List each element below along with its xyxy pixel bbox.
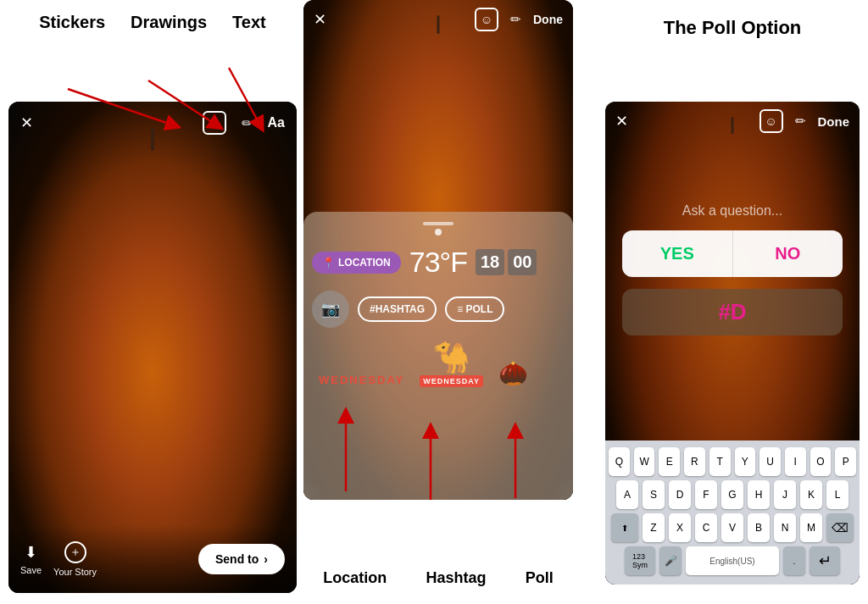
key-return[interactable]: ↵ — [810, 546, 840, 575]
key-a[interactable]: A — [616, 480, 638, 509]
key-q[interactable]: Q — [609, 447, 630, 476]
camera-chip[interactable] — [312, 291, 349, 328]
key-h[interactable]: H — [748, 480, 770, 509]
sticker-row-1: 📍 LOCATION 73°F 18 00 — [312, 246, 565, 279]
key-g[interactable]: G — [721, 480, 743, 509]
time-hour: 18 — [476, 249, 504, 275]
right-sticker-icon[interactable] — [760, 109, 783, 133]
poll-label: Poll — [526, 569, 554, 587]
key-j[interactable]: J — [774, 480, 796, 509]
key-y[interactable]: Y — [735, 447, 756, 476]
no-button[interactable]: NO — [733, 230, 843, 277]
chevron-right-icon: › — [264, 552, 268, 566]
sticker-icon[interactable] — [203, 111, 226, 135]
drawings-label: Drawings — [131, 13, 207, 32]
hash-d-box[interactable]: #D — [622, 289, 843, 335]
acorn-sticker[interactable]: 🌰 — [498, 359, 528, 387]
key-space[interactable]: English(US) — [686, 546, 779, 575]
key-r[interactable]: R — [684, 447, 705, 476]
key-period[interactable]: . — [783, 546, 805, 575]
key-l[interactable]: L — [826, 480, 849, 509]
hash-d-text: #D — [718, 299, 746, 324]
key-i[interactable]: I — [785, 447, 806, 476]
save-button[interactable]: ⬇ Save — [20, 543, 42, 575]
key-u[interactable]: U — [760, 447, 781, 476]
send-to-label: Send to — [215, 552, 259, 566]
right-topbar: ✕ ✏ Done — [605, 102, 860, 141]
keyboard-row-2: A S D F G H J K L — [609, 480, 856, 509]
key-x[interactable]: X — [669, 513, 691, 542]
key-e[interactable]: E — [659, 447, 680, 476]
key-w[interactable]: W — [634, 447, 655, 476]
save-label: Save — [20, 565, 42, 575]
hashtag-chip-label: #HASHTAG — [370, 303, 425, 315]
wednesday-text: WEDNESDAY — [319, 374, 404, 386]
time-min: 00 — [508, 249, 537, 275]
location-chip-label: LOCATION — [338, 257, 391, 269]
key-k[interactable]: K — [800, 480, 822, 509]
stickers-label: Stickers — [39, 13, 105, 32]
hashtag-label: Hashtag — [426, 569, 486, 587]
key-m[interactable]: M — [800, 513, 822, 542]
key-p[interactable]: P — [835, 447, 856, 476]
phone-left: ✕ ✏ Aa ⬇ Save ＋ Your Story Send to › — [8, 102, 297, 593]
text-aa-icon[interactable]: Aa — [268, 115, 285, 130]
poll-chip[interactable]: ≡ POLL — [445, 296, 504, 322]
right-pencil-icon[interactable]: ✏ — [795, 114, 806, 129]
key-shift[interactable]: ⬆ — [611, 513, 638, 542]
mid-pencil-icon[interactable]: ✏ — [510, 12, 521, 27]
key-b[interactable]: B — [748, 513, 770, 542]
poll-option-title-area: The Poll Option — [605, 17, 860, 39]
plus-circle-icon: ＋ — [64, 541, 86, 563]
key-z[interactable]: Z — [643, 513, 665, 542]
camel-sticker[interactable]: 🐪 WEDNESDAY — [420, 340, 483, 387]
right-close-icon[interactable]: ✕ — [615, 112, 628, 130]
key-c[interactable]: C — [695, 513, 717, 542]
save-down-icon: ⬇ — [25, 543, 37, 562]
ask-question-text[interactable]: Ask a question... — [622, 203, 843, 219]
key-t[interactable]: T — [709, 447, 731, 476]
location-chip[interactable]: 📍 LOCATION — [312, 252, 401, 274]
key-delete[interactable]: ⌫ — [826, 513, 854, 542]
poll-overlay: Ask a question... YES NO #D — [622, 203, 843, 335]
key-numbers[interactable]: 123Sym — [625, 546, 655, 575]
keyboard-row-1: Q W E R T Y U I O P — [609, 447, 856, 476]
pencil-icon[interactable]: ✏ — [242, 115, 253, 131]
mid-close-icon[interactable]: ✕ — [314, 10, 326, 29]
left-bottom-bar: ⬇ Save ＋ Your Story Send to › — [8, 525, 297, 593]
key-v[interactable]: V — [721, 513, 743, 542]
close-icon[interactable]: ✕ — [20, 114, 33, 132]
your-story-label: Your Story — [53, 567, 97, 577]
keyboard-row-4: 123Sym 🎤 English(US) . ↵ — [609, 546, 856, 575]
hashtag-chip[interactable]: #HASHTAG — [358, 296, 437, 322]
key-d[interactable]: D — [669, 480, 691, 509]
keyboard-row-3: ⬆ Z X C V B N M ⌫ — [609, 513, 856, 542]
keyboard[interactable]: Q W E R T Y U I O P A S D F G H J K — [605, 441, 860, 585]
panel-dot — [435, 229, 442, 236]
mid-done-btn[interactable]: Done — [533, 13, 563, 26]
key-f[interactable]: F — [695, 480, 717, 509]
yes-button[interactable]: YES — [622, 230, 733, 277]
camel-emoji: 🐪 — [432, 340, 470, 375]
right-done-btn[interactable]: Done — [818, 114, 850, 129]
key-n[interactable]: N — [774, 513, 796, 542]
key-o[interactable]: O — [810, 447, 832, 476]
location-pin-icon: 📍 — [322, 257, 335, 269]
location-label: Location — [323, 569, 387, 587]
key-s[interactable]: S — [643, 480, 665, 509]
bottom-labels-mid: Location Hashtag Poll — [303, 569, 573, 587]
wednesday-badge: WEDNESDAY — [420, 375, 483, 387]
mid-sticker-icon[interactable] — [475, 8, 498, 31]
key-mic[interactable]: 🎤 — [659, 546, 682, 575]
your-story-button[interactable]: ＋ Your Story — [53, 541, 97, 577]
acorn-emoji: 🌰 — [498, 360, 528, 386]
left-topbar: ✕ ✏ Aa — [8, 102, 297, 144]
top-labels: Stickers Drawings Text — [8, 13, 297, 32]
wednesday-sticker[interactable]: WEDNESDAY — [319, 372, 404, 387]
panel-handle — [423, 222, 453, 225]
yes-no-row: YES NO — [622, 230, 843, 277]
poll-option-title: The Poll Option — [664, 17, 802, 38]
phone-right: ✕ ✏ Done Ask a question... YES NO #D Q W — [605, 102, 860, 585]
sticker-emoji-row: WEDNESDAY 🐪 WEDNESDAY 🌰 — [312, 340, 565, 387]
send-to-button[interactable]: Send to › — [198, 544, 285, 574]
